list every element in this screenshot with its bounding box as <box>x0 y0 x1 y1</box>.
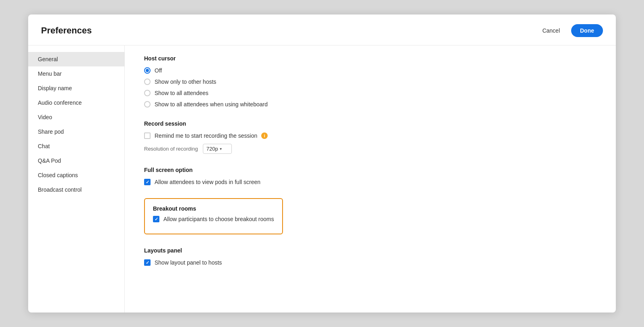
remind-recording-row: Remind me to start recording the session… <box>144 132 597 139</box>
layouts-panel-label: Show layout panel to hosts <box>155 259 222 266</box>
breakout-rooms-label: Allow participants to choose breakout ro… <box>163 216 274 222</box>
record-session-section: Record session Remind me to start record… <box>144 120 597 154</box>
breakout-rooms-section: Breakout rooms Allow participants to cho… <box>144 198 597 234</box>
header-actions: Cancel Done <box>537 24 603 37</box>
host-cursor-title: Host cursor <box>144 55 597 62</box>
host-cursor-section: Host cursor Off Show only to other hosts… <box>144 55 597 108</box>
resolution-value: 720p <box>206 146 218 152</box>
chevron-down-icon: ▾ <box>220 147 222 151</box>
host-cursor-all-attendees-label: Show to all attendees <box>155 90 208 96</box>
sidebar-item-general[interactable]: General <box>28 52 124 66</box>
sidebar-item-chat[interactable]: Chat <box>28 139 124 153</box>
sidebar-item-menu-bar[interactable]: Menu bar <box>28 66 124 81</box>
host-cursor-whiteboard-row: Show to all attendees when using whitebo… <box>144 101 597 108</box>
layouts-panel-title: Layouts panel <box>144 247 597 254</box>
host-cursor-whiteboard-label: Show to all attendees when using whitebo… <box>155 101 268 108</box>
resolution-select[interactable]: 720p ▾ <box>203 144 232 154</box>
full-screen-checkbox[interactable] <box>144 179 151 185</box>
host-cursor-other-hosts-label: Show only to other hosts <box>155 79 216 85</box>
sidebar-item-broadcast-control[interactable]: Broadcast control <box>28 182 124 197</box>
content-area[interactable]: Host cursor Off Show only to other hosts… <box>125 46 616 313</box>
full-screen-section: Full screen option Allow attendees to vi… <box>144 167 597 185</box>
full-screen-label: Allow attendees to view pods in full scr… <box>155 179 260 185</box>
remind-recording-checkbox[interactable] <box>144 132 151 139</box>
cancel-button[interactable]: Cancel <box>537 24 565 37</box>
full-screen-option-row: Allow attendees to view pods in full scr… <box>144 179 597 185</box>
dialog-title: Preferences <box>41 25 92 36</box>
host-cursor-all-attendees-row: Show to all attendees <box>144 90 597 96</box>
resolution-label: Resolution of recording <box>144 146 198 152</box>
done-button[interactable]: Done <box>571 24 603 37</box>
layouts-panel-option-row: Show layout panel to hosts <box>144 259 597 266</box>
host-cursor-other-hosts-radio[interactable] <box>144 79 151 85</box>
host-cursor-off-row: Off <box>144 67 597 74</box>
sidebar-item-audio-conference[interactable]: Audio conference <box>28 95 124 110</box>
breakout-rooms-checkbox[interactable] <box>153 216 159 222</box>
resolution-row: Resolution of recording 720p ▾ <box>144 144 597 154</box>
host-cursor-off-label: Off <box>155 67 162 74</box>
info-icon[interactable]: i <box>261 132 268 139</box>
layouts-panel-checkbox[interactable] <box>144 259 151 266</box>
breakout-rooms-box: Breakout rooms Allow participants to cho… <box>144 198 283 234</box>
dialog-header: Preferences Cancel Done <box>28 14 616 46</box>
sidebar-item-share-pod[interactable]: Share pod <box>28 124 124 139</box>
breakout-rooms-option-row: Allow participants to choose breakout ro… <box>153 216 274 222</box>
host-cursor-whiteboard-radio[interactable] <box>144 101 151 108</box>
remind-recording-label: Remind me to start recording the session <box>155 132 257 139</box>
record-session-title: Record session <box>144 120 597 127</box>
dialog-body: General Menu bar Display name Audio conf… <box>28 46 616 313</box>
host-cursor-all-attendees-radio[interactable] <box>144 90 151 96</box>
sidebar-item-video[interactable]: Video <box>28 110 124 124</box>
layouts-panel-section: Layouts panel Show layout panel to hosts <box>144 247 597 266</box>
full-screen-title: Full screen option <box>144 167 597 173</box>
sidebar-item-qa-pod[interactable]: Q&A Pod <box>28 153 124 168</box>
host-cursor-other-hosts-row: Show only to other hosts <box>144 79 597 85</box>
preferences-dialog: Preferences Cancel Done General Menu bar… <box>28 14 616 313</box>
host-cursor-off-radio[interactable] <box>144 67 151 74</box>
sidebar-item-closed-captions[interactable]: Closed captions <box>28 168 124 182</box>
breakout-rooms-title: Breakout rooms <box>153 205 274 212</box>
sidebar: General Menu bar Display name Audio conf… <box>28 46 125 313</box>
sidebar-item-display-name[interactable]: Display name <box>28 81 124 95</box>
